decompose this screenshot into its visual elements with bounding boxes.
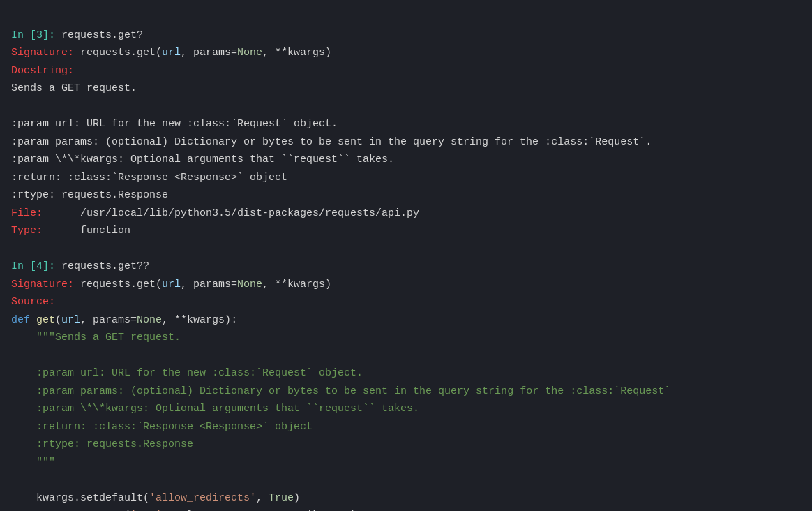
- return1: :return: :class:`Response <Response>` ob…: [11, 172, 287, 184]
- blank2: [11, 243, 17, 255]
- param-params1: :param params: (optional) Dictionary or …: [11, 136, 652, 148]
- source-label: Source:: [11, 296, 55, 308]
- param-kwargs1: :param \*\*kwargs: Optional arguments th…: [11, 154, 394, 165]
- source-def: def get(url, params=None, **kwargs):: [11, 314, 237, 326]
- source-param-url: :param url: URL for the new :class:`Requ…: [11, 367, 363, 379]
- source-docstring-close: """: [11, 457, 55, 468]
- source-kwargs: kwargs.setdefault('allow_redirects', Tru…: [11, 492, 300, 504]
- blank1: [11, 101, 17, 112]
- source-rtype: :rtype: requests.Response: [11, 438, 193, 450]
- source-param-params: :param params: (optional) Dictionary or …: [11, 385, 670, 397]
- blank4: [11, 474, 17, 486]
- prompt-in3: In [3]: requests.get?: [11, 29, 143, 41]
- blank3: [11, 350, 17, 362]
- source-docstring-open: """Sends a GET request.: [11, 332, 181, 343]
- rtype1: :rtype: requests.Response: [11, 189, 168, 201]
- signature-label1: Signature: requests.get(url, params=None…: [11, 47, 331, 59]
- terminal-output: In [3]: requests.get? Signature: request…: [11, 8, 801, 511]
- docstring-label1: Docstring:: [11, 65, 74, 77]
- source-param-kwargs: :param \*\*kwargs: Optional arguments th…: [11, 403, 419, 415]
- type-label1: Type: function: [11, 225, 130, 237]
- file-label1: File: /usr/local/lib/python3.5/dist-pack…: [11, 207, 419, 219]
- docstring-line1: Sends a GET request.: [11, 82, 137, 94]
- prompt-in4: In [4]: requests.get??: [11, 260, 149, 272]
- source-return: :return: :class:`Response <Response>` ob…: [11, 421, 313, 433]
- param-url1: :param url: URL for the new :class:`Requ…: [11, 118, 338, 130]
- signature-label2: Signature: requests.get(url, params=None…: [11, 279, 331, 290]
